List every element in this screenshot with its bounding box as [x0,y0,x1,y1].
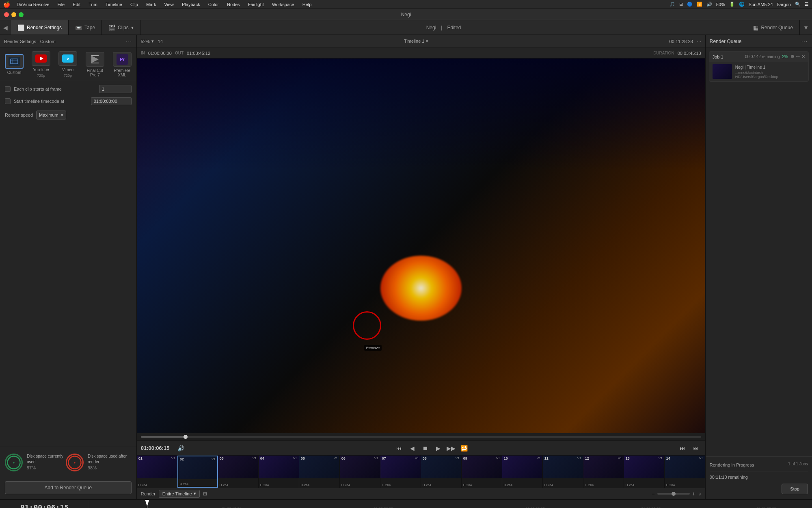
minimize-button[interactable] [11,12,16,17]
playhead-top [145,500,149,506]
go-to-last-button[interactable]: ⏮ [690,443,701,454]
clip-11[interactable]: 11 V1 H.264 [543,456,583,488]
scrub-bar-container[interactable] [137,433,705,441]
menu-trim[interactable]: Trim [87,2,99,7]
scrub-head[interactable] [184,435,188,439]
render-speed-value: Maximum [39,113,58,117]
start-timecode-checkbox[interactable] [5,98,11,104]
menu-file[interactable]: File [56,2,67,7]
rq-options-icon[interactable]: ··· [801,39,808,44]
clip-07-format: H.264 [382,483,391,487]
volume-pct: 50% [716,2,725,7]
render-timeline-dropdown[interactable]: Entire Timeline ▾ [159,490,200,498]
job-progress: 2% [782,54,788,59]
zoom-slider[interactable] [657,493,690,495]
menu-mark[interactable]: Mark [145,2,158,7]
close-button[interactable] [4,12,9,17]
maximize-button[interactable] [19,12,24,17]
menu-nodes[interactable]: Nodes [225,2,242,7]
stop-render-button[interactable]: Stop [782,484,808,494]
clip-05[interactable]: 05 V1 H.264 [299,456,340,488]
preset-custom-icon [5,54,24,69]
clip-06[interactable]: 06 V1 H.264 [340,456,380,488]
menu-timeline[interactable]: Timeline [104,2,124,7]
clips-dropdown-icon[interactable]: ▾ [131,25,134,30]
zoom-in-btn[interactable]: + [692,491,695,497]
zoom-out-btn[interactable]: − [651,491,654,497]
render-speed-dropdown[interactable]: Maximum ▾ [36,111,66,119]
menu-view[interactable]: View [162,2,175,7]
each-clip-input[interactable] [99,85,132,93]
clip-12[interactable]: 12 V1 H.264 [583,456,624,488]
scrub-bar[interactable] [141,436,701,438]
job-close-icon[interactable]: ✕ [801,54,805,59]
play-button[interactable]: ▶ [432,443,444,454]
tab-clips[interactable]: 🎬 Clips ▾ [102,20,140,35]
audio-mute-button[interactable]: 🔊 [175,443,187,454]
clip-03[interactable]: 03 V1 H.264 [218,456,259,488]
rq-actions: Stop [710,484,808,494]
clip-10[interactable]: 10 V1 H.264 [502,456,543,488]
menu-workspace[interactable]: Workspace [270,2,296,7]
tab-edit-status: Edited [447,25,461,30]
render-settings-icon: ⬜ [17,24,24,31]
clip-04[interactable]: 04 V1 H.264 [259,456,299,488]
job-edit-icon[interactable]: ✏ [796,54,800,59]
preset-vimeo-sublabel: 720p [64,74,72,78]
disk-after-label: Disk space used after render [88,454,132,465]
zoom-control[interactable]: 52% ▾ [141,39,154,44]
start-timecode-input[interactable] [91,97,132,105]
preset-custom[interactable]: Custom [5,54,24,75]
clip-03-format: H.264 [220,483,228,487]
search-icon[interactable]: 🔍 [795,2,801,7]
clip-13[interactable]: 13 V1 H.264 [624,456,665,488]
menu-fairlight[interactable]: Fairlight [246,2,266,7]
job-settings-icon[interactable]: ⚙ [790,54,795,59]
loop-button[interactable]: 🔁 [458,443,470,454]
clip-08[interactable]: 08 V1 H.264 [421,456,462,488]
clip-09[interactable]: 09 V1 H.264 [462,456,502,488]
preset-fcp[interactable]: Final Cut Pro 7 [85,52,105,77]
zoom-controls: − + [651,491,695,497]
menu-davinci[interactable]: DaVinci Resolve [15,2,51,7]
clip-01[interactable]: 01 V1 H.264 [137,456,177,488]
menu-clip[interactable]: Clip [129,2,140,7]
clip-05-thumbnail [299,456,339,478]
skip-to-end-button[interactable]: ⏭ [677,443,688,454]
panel-options-icon[interactable]: ··· [126,39,132,44]
preset-vimeo[interactable]: v Vimeo 720p [58,51,77,78]
menu-color[interactable]: Color [207,2,220,7]
tab-render-queue[interactable]: ▦ Render Queue [747,20,800,35]
preset-youtube[interactable]: YouTube 720p [32,51,50,78]
apple-menu[interactable]: 🍎 [3,1,10,8]
clip-07[interactable]: 07 V1 H.264 [380,456,421,488]
menu-help[interactable]: Help [301,2,313,7]
menu-playback[interactable]: Playback [180,2,202,7]
step-forward-button[interactable]: ▶▶ [445,443,457,454]
clip-02[interactable]: 02 V1 H.264 [177,456,218,488]
render-settings-panel: Render Settings - Custom ··· Custom [0,35,137,499]
menu-extra-icon[interactable]: ☰ [805,2,809,7]
rq-time-remaining: 00:11:10 remaining [710,475,808,480]
stop-button[interactable]: ⏹ [419,443,431,454]
grid-view-icon[interactable]: ⊞ [203,491,207,497]
preset-premiere-icon: Pr [113,52,132,67]
step-back-button[interactable]: ◀ [406,443,418,454]
timeline-playhead [147,500,147,508]
clip-14[interactable]: 14 V1 H.264 [665,456,705,488]
in-value: 01:00:00:00 [148,51,172,56]
tab-tape[interactable]: 📼 Tape [69,20,102,35]
clip-05-format: H.264 [301,483,309,487]
tab-render-settings[interactable]: ⬜ Render Settings [11,20,69,35]
viewer-options-icon[interactable]: ··· [697,39,701,44]
duration-label: DURATION [653,51,674,55]
each-clip-checkbox[interactable] [5,86,11,92]
video-background: Remove [137,59,705,433]
add-to-render-queue-button[interactable]: Add to Render Queue [5,481,132,494]
menu-edit[interactable]: Edit [71,2,82,7]
tab-expand-icon[interactable]: ▼ [800,24,812,31]
skip-to-start-button[interactable]: ⏮ [393,443,405,454]
preset-premiere[interactable]: Pr Premiere XML [113,52,132,77]
preset-premiere-label: Premiere XML [113,68,132,77]
tab-collapse-icon[interactable]: ◀ [0,24,11,31]
